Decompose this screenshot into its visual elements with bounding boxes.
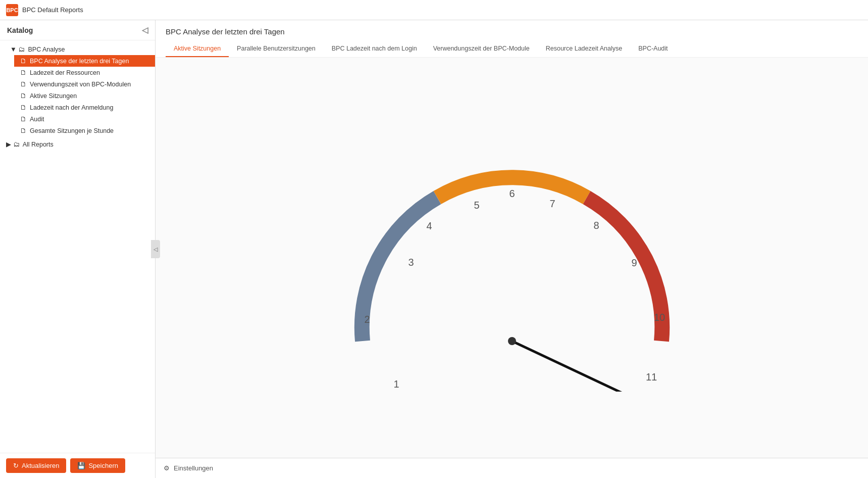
- gauge-label-4: 4: [426, 220, 432, 231]
- tabs: Aktive Sitzungen Parallele Benutzersitzu…: [166, 41, 858, 57]
- collapse-icon[interactable]: ◁: [142, 25, 148, 35]
- folder-open-icon: ▼ 🗂: [10, 45, 25, 53]
- save-icon: 💾: [77, 462, 85, 469]
- gauge-label-6: 6: [509, 188, 515, 199]
- sidebar-header: Katalog ◁: [0, 20, 155, 40]
- content-header: BPC Analyse der letzten drei Tagen Aktiv…: [156, 20, 868, 58]
- gauge-segment-gray: [362, 198, 437, 341]
- tree-group-bpc: ▼ 🗂 BPC Analyse 🗋 BPC Analyse der letzte…: [0, 43, 155, 136]
- settings-label[interactable]: Einstellungen: [174, 464, 213, 472]
- tree-item-ladezeit-anmeldung[interactable]: 🗋 Ladezeit nach der Anmeldung: [14, 102, 155, 113]
- gauge-svg: 0 1 2 3 4 5 6 7 8: [260, 99, 764, 392]
- tree-group-bpc-label[interactable]: ▼ 🗂 BPC Analyse: [4, 43, 155, 55]
- tab-bpc-audit[interactable]: BPC-Audit: [630, 41, 676, 57]
- gauge-needle: [512, 341, 705, 392]
- tree-item-aktive-sitzungen[interactable]: 🗋 Aktive Sitzungen: [14, 90, 155, 102]
- top-bar: BPC BPC Default Reports: [0, 0, 868, 20]
- doc-icon-4: 🗋: [20, 92, 27, 100]
- refresh-icon: ↻: [13, 462, 19, 469]
- gauge-label-8: 8: [593, 220, 599, 231]
- content: BPC Analyse der letzten drei Tagen Aktiv…: [156, 20, 868, 478]
- doc-icon-1: 🗋: [20, 57, 27, 65]
- tree-item-audit[interactable]: 🗋 Audit: [14, 113, 155, 125]
- gauge-label-5: 5: [474, 200, 479, 211]
- refresh-label: Aktualisieren: [22, 462, 59, 469]
- sidebar: Katalog ◁ ▼ 🗂 BPC Analyse 🗋 BPC Analyse …: [0, 20, 156, 478]
- sidebar-title: Katalog: [7, 26, 33, 34]
- tab-aktive-sitzungen[interactable]: Aktive Sitzungen: [166, 41, 229, 57]
- chart-area: 0 1 2 3 4 5 6 7 8: [156, 58, 868, 458]
- gauge-label-7: 7: [549, 198, 555, 209]
- gauge-label-10: 10: [653, 312, 665, 323]
- save-button[interactable]: 💾 Speichern: [70, 458, 125, 473]
- doc-icon-3: 🗋: [20, 80, 27, 88]
- tree-item-all-reports[interactable]: ▶ 🗂 All Reports: [0, 138, 155, 150]
- app-icon: BPC: [6, 4, 18, 16]
- bottom-bar: ⚙ Einstellungen: [156, 458, 868, 478]
- tab-ladezeit-login[interactable]: BPC Ladezeit nach dem Login: [324, 41, 425, 57]
- gauge-label-2: 2: [364, 314, 370, 325]
- main-layout: Katalog ◁ ▼ 🗂 BPC Analyse 🗋 BPC Analyse …: [0, 20, 868, 478]
- gauge-label-9: 9: [631, 257, 637, 268]
- tree-item-ladezeit-ressourcen[interactable]: 🗋 Ladezeit der Ressourcen: [14, 67, 155, 78]
- gauge-center-dot: [508, 337, 516, 345]
- settings-icon: ⚙: [164, 464, 170, 472]
- app-title: BPC Default Reports: [22, 6, 83, 14]
- refresh-button[interactable]: ↻ Aktualisieren: [6, 458, 66, 473]
- sidebar-footer: ↻ Aktualisieren 💾 Speichern: [0, 453, 155, 478]
- gauge-container: 0 1 2 3 4 5 6 7 8: [260, 99, 764, 402]
- content-title: BPC Analyse der letzten drei Tagen: [166, 27, 858, 36]
- tree-item-verwendungszeit[interactable]: 🗋 Verwendungszeit von BPC-Modulen: [14, 78, 155, 90]
- tree-item-sitzungen-stunde[interactable]: 🗋 Gesamte Sitzungen je Stunde: [14, 125, 155, 136]
- doc-icon-2: 🗋: [20, 69, 27, 76]
- tab-parallele[interactable]: Parallele Benutzersitzungen: [229, 41, 324, 57]
- sidebar-tree: ▼ 🗂 BPC Analyse 🗋 BPC Analyse der letzte…: [0, 40, 155, 453]
- doc-icon-7: 🗋: [20, 127, 27, 134]
- gauge-segment-red: [587, 198, 662, 341]
- tree-item-bpc-analyse[interactable]: 🗋 BPC Analyse der letzten drei Tagen: [14, 55, 155, 67]
- tab-resource-ladezeit[interactable]: Resource Ladezeit Analyse: [538, 41, 630, 57]
- gauge-label-3: 3: [408, 257, 414, 268]
- gauge-label-11: 11: [645, 371, 656, 383]
- tab-verwendungszeit[interactable]: Verwendungszeit der BPC-Module: [425, 41, 538, 57]
- doc-icon-6: 🗋: [20, 115, 27, 123]
- save-label: Speichern: [88, 462, 118, 469]
- gauge-label-1: 1: [393, 378, 399, 390]
- doc-icon-5: 🗋: [20, 104, 27, 111]
- folder-icon-all: ▶ 🗂: [6, 140, 20, 148]
- collapse-handle[interactable]: ◁: [151, 240, 160, 258]
